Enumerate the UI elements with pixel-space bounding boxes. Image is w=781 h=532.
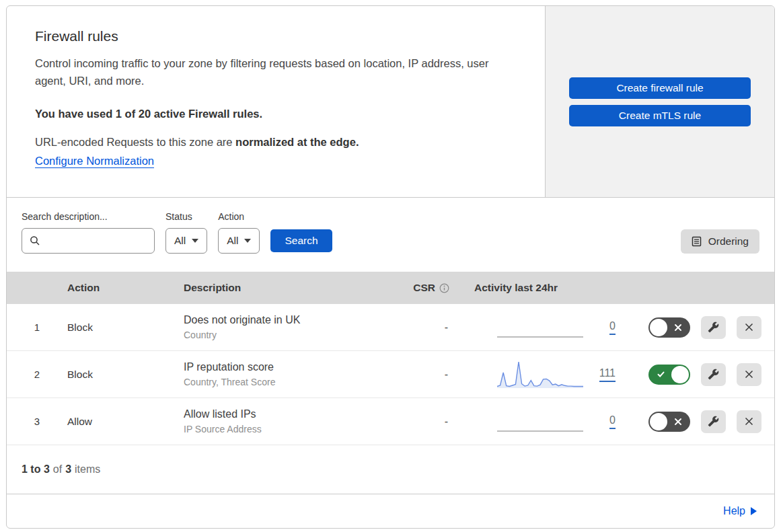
rule-action: Block [67,369,184,381]
action-label: Action [218,211,260,222]
edit-rule-button[interactable] [701,363,726,386]
table-body: 1 Block Does not originate in UK Country… [7,304,774,445]
wrench-icon [708,369,719,380]
col-csr: CSR [383,282,451,294]
close-icon [744,322,754,332]
search-icon [30,235,40,246]
configure-normalization-link[interactable]: Configure Normalization [35,155,154,167]
rule-action: Allow [67,416,184,428]
overview-text: Firewall rules Control incoming traffic … [7,6,545,197]
edit-rule-button[interactable] [701,410,726,433]
activity-count-link[interactable]: 0 [609,319,616,335]
search-label: Search description... [22,211,155,222]
rule-controls [616,410,774,433]
normalization-note: URL-encoded Requests to this zone are no… [35,136,517,149]
ordering-button[interactable]: Ordering [681,229,759,254]
toggle-knob [650,319,667,336]
check-icon [650,370,671,379]
activity-sparkline [497,360,583,389]
chevron-down-icon [244,239,251,243]
help-bar: Help [7,494,774,528]
rule-action: Block [67,321,184,334]
firewall-rules-card: Firewall rules Control incoming traffic … [6,5,775,529]
table-header: Action Description CSR Activity last 24h… [7,272,774,304]
x-icon [667,324,689,332]
overview-section: Firewall rules Control incoming traffic … [7,6,774,198]
rule-description-cell: Allow listed IPs IP Source Address [184,408,383,434]
search-button[interactable]: Search [270,229,332,252]
rule-activity-cell: 0 [451,313,616,342]
rule-priority: 1 [7,321,67,333]
col-action: Action [67,282,184,294]
activity-count-link[interactable]: 0 [609,414,616,429]
normalization-bold: normalized at the edge. [235,136,359,148]
table-footer: 1 to 3 of 3 items [7,445,774,494]
wrench-icon [708,416,719,427]
delete-rule-button[interactable] [737,316,761,339]
action-field-group: Action All [218,211,260,254]
rule-fields: Country [184,330,383,340]
flat-activity-line [497,430,583,432]
status-label: Status [165,211,207,222]
normalization-text: URL-encoded Requests to this zone are [35,136,235,148]
table-row: 1 Block Does not originate in UK Country… [7,304,774,351]
ordering-button-label: Ordering [708,235,749,248]
action-dropdown-value: All [227,235,238,247]
delete-rule-button[interactable] [737,410,761,433]
rule-enable-toggle[interactable] [648,365,690,385]
usage-summary: You have used 1 of 20 active Firewall ru… [35,108,517,120]
rule-activity-cell: 111 [451,360,616,389]
create-mtls-rule-button[interactable]: Create mTLS rule [569,105,751,126]
footer-total: 3 [65,463,71,476]
table-row: 3 Allow Allow listed IPs IP Source Addre… [7,398,774,445]
footer-range: 1 to 3 [22,463,50,476]
action-dropdown[interactable]: All [218,228,260,254]
table-row: 2 Block IP reputation score Country, Thr… [7,351,774,398]
rule-priority: 2 [7,369,67,380]
create-firewall-rule-button[interactable]: Create firewall rule [569,77,751,99]
toggle-knob [671,366,689,383]
rule-description: Does not originate in UK [184,314,383,326]
status-field-group: Status All [165,211,207,254]
rule-description-cell: IP reputation score Country, Threat Scor… [184,361,383,387]
rule-csr: - [383,416,451,428]
rule-fields: IP Source Address [184,424,383,434]
rule-controls [616,316,774,339]
close-icon [744,416,754,426]
close-icon [744,369,754,379]
rule-activity-cell: 0 [451,407,616,436]
filter-bar: Search description... Status All [7,198,774,272]
rule-csr: - [383,321,451,334]
rule-description: IP reputation score [184,361,383,373]
col-description: Description [184,282,383,294]
status-dropdown[interactable]: All [165,228,207,254]
rule-description-cell: Does not originate in UK Country [184,314,383,340]
search-field-group: Search description... [22,211,155,254]
rule-enable-toggle[interactable] [648,412,690,432]
help-link[interactable]: Help [723,505,745,517]
toggle-knob [650,413,667,430]
search-box[interactable] [22,228,155,254]
footer-of: of [53,463,62,476]
x-icon [667,418,689,426]
rule-enable-toggle[interactable] [648,317,690,338]
footer-items: items [75,463,100,476]
status-dropdown-value: All [174,235,186,247]
activity-count-link[interactable]: 111 [599,367,616,382]
list-icon [692,236,702,247]
rule-controls [616,363,774,386]
flat-activity-line [497,336,583,338]
edit-rule-button[interactable] [701,316,726,339]
page-description: Control incoming traffic to your zone by… [35,54,517,89]
rule-csr: - [383,369,451,381]
wrench-icon [708,321,719,333]
filter-controls: Search description... Status All [22,211,332,254]
activity-sparkline [497,407,583,436]
delete-rule-button[interactable] [737,363,761,386]
info-icon[interactable] [439,283,449,293]
search-input[interactable] [40,235,154,248]
actions-panel: Create firewall rule Create mTLS rule [545,6,774,197]
firewall-rules-page: Firewall rules Control incoming traffic … [6,5,775,529]
activity-sparkline [497,313,583,342]
rule-fields: Country, Threat Score [184,377,383,387]
